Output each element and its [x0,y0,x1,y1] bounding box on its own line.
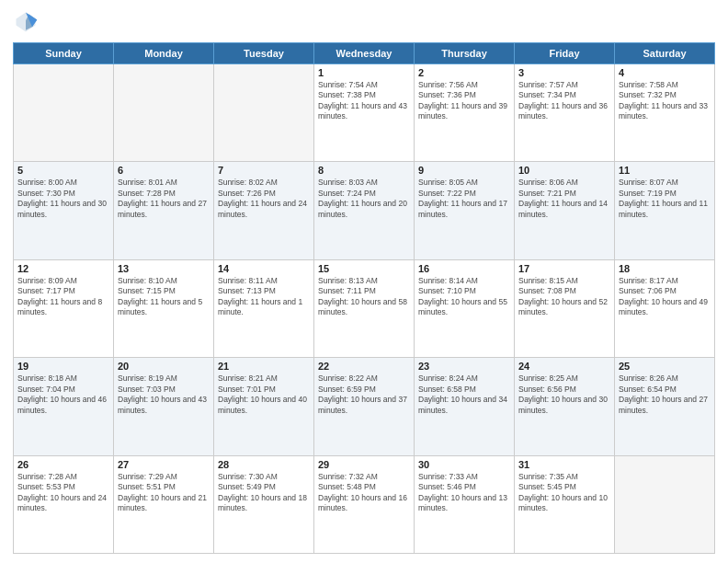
day-cell: 13Sunrise: 8:10 AMSunset: 7:15 PMDayligh… [114,259,214,357]
day-cell: 27Sunrise: 7:29 AMSunset: 5:51 PMDayligh… [114,455,214,553]
day-info: Sunrise: 8:17 AMSunset: 7:06 PMDaylight:… [619,276,711,318]
day-info: Sunrise: 8:19 AMSunset: 7:03 PMDaylight:… [118,373,210,416]
day-cell: 17Sunrise: 8:15 AMSunset: 7:08 PMDayligh… [515,259,615,357]
day-cell [114,64,214,162]
day-info: Sunrise: 7:57 AMSunset: 7:34 PMDaylight:… [518,80,610,122]
day-number: 10 [518,165,610,176]
day-cell: 22Sunrise: 8:22 AMSunset: 6:59 PMDayligh… [314,358,415,455]
day-info: Sunrise: 7:56 AMSunset: 7:36 PMDaylight:… [418,80,510,122]
logo-icon [13,9,39,35]
day-info: Sunrise: 8:26 AMSunset: 6:54 PMDaylight:… [619,373,711,416]
day-cell: 12Sunrise: 8:09 AMSunset: 7:17 PMDayligh… [14,259,114,357]
day-number: 4 [619,67,711,78]
day-info: Sunrise: 8:14 AMSunset: 7:10 PMDaylight:… [418,276,510,318]
day-cell: 2Sunrise: 7:56 AMSunset: 7:36 PMDaylight… [415,64,515,162]
day-number: 28 [218,459,310,470]
day-number: 23 [418,361,510,372]
day-info: Sunrise: 8:05 AMSunset: 7:22 PMDaylight:… [418,178,510,220]
week-row-5: 26Sunrise: 7:28 AMSunset: 5:53 PMDayligh… [14,455,715,553]
weekday-thursday: Thursday [415,43,515,64]
day-info: Sunrise: 8:25 AMSunset: 6:56 PMDaylight:… [518,373,610,416]
day-cell: 5Sunrise: 8:00 AMSunset: 7:30 PMDaylight… [14,162,114,259]
day-info: Sunrise: 8:22 AMSunset: 6:59 PMDaylight:… [318,373,410,416]
day-number: 3 [518,67,610,78]
day-info: Sunrise: 8:01 AMSunset: 7:28 PMDaylight:… [118,178,210,220]
day-cell: 24Sunrise: 8:25 AMSunset: 6:56 PMDayligh… [515,358,615,455]
day-cell: 30Sunrise: 7:33 AMSunset: 5:46 PMDayligh… [415,455,515,553]
day-info: Sunrise: 7:28 AMSunset: 5:53 PMDaylight:… [17,472,109,514]
day-info: Sunrise: 8:02 AMSunset: 7:26 PMDaylight:… [218,178,310,220]
day-cell [14,64,114,162]
day-number: 19 [17,361,109,372]
day-number: 14 [218,263,310,274]
day-number: 7 [218,165,310,176]
day-cell [615,455,715,553]
day-cell: 10Sunrise: 8:06 AMSunset: 7:21 PMDayligh… [515,162,615,259]
page: SundayMondayTuesdayWednesdayThursdayFrid… [0,0,728,563]
day-cell: 21Sunrise: 8:21 AMSunset: 7:01 PMDayligh… [214,358,314,455]
logo [13,9,42,35]
day-cell: 29Sunrise: 7:32 AMSunset: 5:48 PMDayligh… [314,455,415,553]
day-info: Sunrise: 8:24 AMSunset: 6:58 PMDaylight:… [418,373,510,416]
day-cell: 26Sunrise: 7:28 AMSunset: 5:53 PMDayligh… [14,455,114,553]
day-number: 6 [118,165,210,176]
day-cell: 16Sunrise: 8:14 AMSunset: 7:10 PMDayligh… [415,259,515,357]
day-info: Sunrise: 7:54 AMSunset: 7:38 PMDaylight:… [318,80,410,122]
day-number: 16 [418,263,510,274]
week-row-4: 19Sunrise: 8:18 AMSunset: 7:04 PMDayligh… [14,358,715,455]
day-cell: 31Sunrise: 7:35 AMSunset: 5:45 PMDayligh… [515,455,615,553]
day-number: 13 [118,263,210,274]
day-info: Sunrise: 8:07 AMSunset: 7:19 PMDaylight:… [619,178,711,220]
day-number: 11 [619,165,711,176]
day-number: 18 [619,263,711,274]
day-cell: 18Sunrise: 8:17 AMSunset: 7:06 PMDayligh… [615,259,715,357]
day-info: Sunrise: 8:15 AMSunset: 7:08 PMDaylight:… [518,276,610,318]
day-cell [214,64,314,162]
week-row-1: 1Sunrise: 7:54 AMSunset: 7:38 PMDaylight… [14,64,715,162]
day-cell: 7Sunrise: 8:02 AMSunset: 7:26 PMDaylight… [214,162,314,259]
week-row-2: 5Sunrise: 8:00 AMSunset: 7:30 PMDaylight… [14,162,715,259]
day-info: Sunrise: 7:35 AMSunset: 5:45 PMDaylight:… [518,472,610,514]
day-info: Sunrise: 8:11 AMSunset: 7:13 PMDaylight:… [218,276,310,318]
day-cell: 1Sunrise: 7:54 AMSunset: 7:38 PMDaylight… [314,64,415,162]
day-cell: 19Sunrise: 8:18 AMSunset: 7:04 PMDayligh… [14,358,114,455]
weekday-tuesday: Tuesday [214,43,314,64]
day-number: 15 [318,263,410,274]
day-number: 29 [318,459,410,470]
day-number: 31 [518,459,610,470]
day-info: Sunrise: 8:06 AMSunset: 7:21 PMDaylight:… [518,178,610,220]
day-cell: 8Sunrise: 8:03 AMSunset: 7:24 PMDaylight… [314,162,415,259]
day-number: 1 [318,67,410,78]
day-cell: 3Sunrise: 7:57 AMSunset: 7:34 PMDaylight… [515,64,615,162]
day-cell: 9Sunrise: 8:05 AMSunset: 7:22 PMDaylight… [415,162,515,259]
day-number: 9 [418,165,510,176]
day-number: 27 [118,459,210,470]
weekday-header-row: SundayMondayTuesdayWednesdayThursdayFrid… [14,43,715,64]
day-info: Sunrise: 7:33 AMSunset: 5:46 PMDaylight:… [418,472,510,514]
day-number: 2 [418,67,510,78]
day-info: Sunrise: 8:18 AMSunset: 7:04 PMDaylight:… [17,373,109,416]
day-info: Sunrise: 8:21 AMSunset: 7:01 PMDaylight:… [218,373,310,416]
day-number: 25 [619,361,711,372]
day-number: 17 [518,263,610,274]
day-cell: 4Sunrise: 7:58 AMSunset: 7:32 PMDaylight… [615,64,715,162]
day-number: 8 [318,165,410,176]
day-cell: 6Sunrise: 8:01 AMSunset: 7:28 PMDaylight… [114,162,214,259]
day-info: Sunrise: 7:58 AMSunset: 7:32 PMDaylight:… [619,80,711,122]
day-cell: 20Sunrise: 8:19 AMSunset: 7:03 PMDayligh… [114,358,214,455]
day-cell: 28Sunrise: 7:30 AMSunset: 5:49 PMDayligh… [214,455,314,553]
weekday-friday: Friday [515,43,615,64]
day-number: 24 [518,361,610,372]
day-cell: 14Sunrise: 8:11 AMSunset: 7:13 PMDayligh… [214,259,314,357]
calendar: SundayMondayTuesdayWednesdayThursdayFrid… [13,42,715,554]
day-info: Sunrise: 8:03 AMSunset: 7:24 PMDaylight:… [318,178,410,220]
day-number: 20 [118,361,210,372]
day-cell: 23Sunrise: 8:24 AMSunset: 6:58 PMDayligh… [415,358,515,455]
day-cell: 15Sunrise: 8:13 AMSunset: 7:11 PMDayligh… [314,259,415,357]
day-info: Sunrise: 7:30 AMSunset: 5:49 PMDaylight:… [218,472,310,514]
day-info: Sunrise: 8:00 AMSunset: 7:30 PMDaylight:… [17,178,109,220]
week-row-3: 12Sunrise: 8:09 AMSunset: 7:17 PMDayligh… [14,259,715,357]
day-number: 30 [418,459,510,470]
header [13,9,715,35]
day-cell: 25Sunrise: 8:26 AMSunset: 6:54 PMDayligh… [615,358,715,455]
